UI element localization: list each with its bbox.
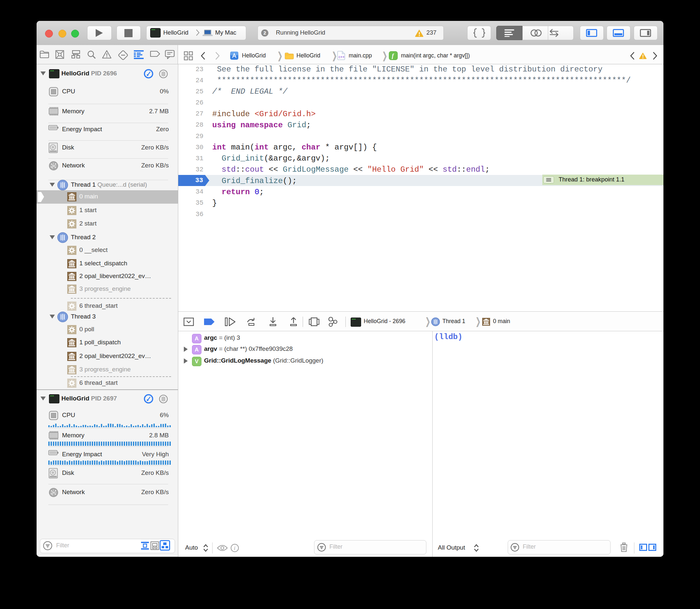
svg-text:i: i [234, 545, 235, 551]
svg-text:c++: c++ [339, 55, 344, 59]
